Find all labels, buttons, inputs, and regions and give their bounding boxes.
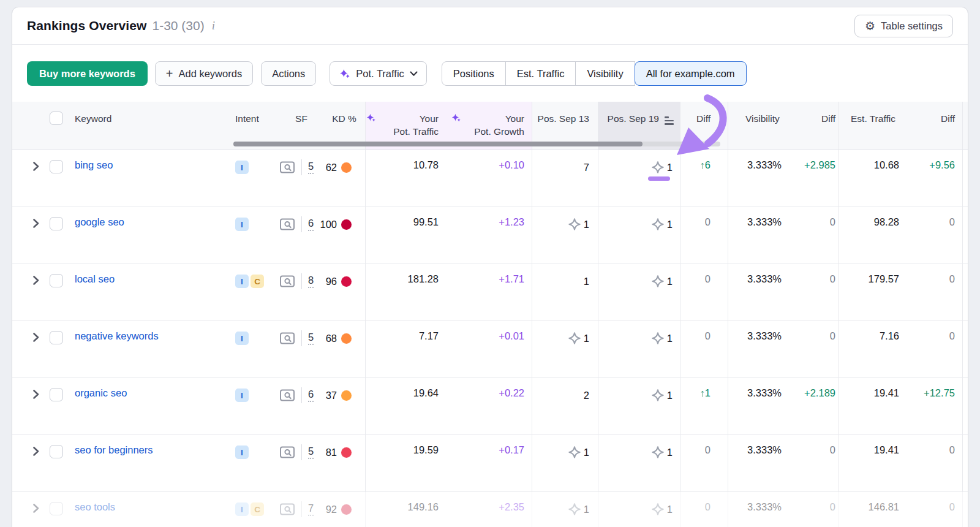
- expand-row-chevron-icon[interactable]: [31, 275, 41, 286]
- pos-prev-value: 1: [584, 333, 589, 344]
- pot-growth-value: +0.22: [499, 387, 524, 399]
- serp-preview-icon[interactable]: [279, 218, 295, 231]
- serp-features-count[interactable]: 6: [308, 389, 314, 402]
- table-row: local seo IC 8 96 181.28 +1.71 1 1 0 3.3…: [12, 264, 968, 321]
- serp-features-count[interactable]: 5: [308, 161, 314, 174]
- metric-selector-dropdown[interactable]: Pot. Traffic: [330, 61, 427, 86]
- gear-icon: ⚙: [865, 20, 875, 32]
- diff-value: +2.985: [804, 159, 835, 171]
- serp-preview-icon[interactable]: [279, 389, 295, 402]
- kd-value: 100: [320, 219, 337, 230]
- row-checkbox[interactable]: [50, 445, 63, 458]
- serp-features-count[interactable]: 7: [308, 502, 314, 516]
- serp-feature-diamond-icon: [651, 332, 665, 345]
- keyword-link[interactable]: seo for beginners: [75, 444, 153, 456]
- intent-badges: I: [235, 330, 249, 346]
- pos-current-value: 1: [667, 162, 673, 173]
- card-title-bar: Rankings Overview 1-30 (30) i ⚙ Table se…: [12, 7, 968, 45]
- serp-features-count[interactable]: 8: [308, 275, 314, 288]
- kd-value: 92: [326, 504, 337, 515]
- diff-value: +9.56: [929, 159, 955, 171]
- pot-traffic-value: 10.78: [413, 159, 439, 171]
- pot-growth-value: +0.17: [499, 444, 524, 456]
- pos-icon-wrap: [651, 275, 667, 288]
- expand-row-chevron-icon[interactable]: [31, 446, 41, 457]
- serp-features-count[interactable]: 5: [308, 445, 314, 459]
- info-icon[interactable]: i: [212, 19, 215, 32]
- add-keywords-button[interactable]: + Add keywords: [155, 61, 253, 86]
- expand-row-chevron-icon[interactable]: [31, 218, 41, 229]
- view-tab-visibility[interactable]: Visibility: [575, 61, 635, 86]
- row-checkbox[interactable]: [50, 388, 63, 401]
- kd-value: 62: [326, 162, 337, 173]
- row-checkbox[interactable]: [50, 160, 63, 173]
- intent-badge-i: I: [235, 275, 249, 288]
- view-tab-est-traffic[interactable]: Est. Traffic: [505, 61, 576, 86]
- keyword-link[interactable]: organic seo: [75, 387, 127, 399]
- expand-row-chevron-icon[interactable]: [31, 332, 41, 343]
- serp-preview-icon[interactable]: [279, 332, 295, 345]
- divider: [301, 273, 302, 289]
- row-checkbox[interactable]: [50, 217, 63, 230]
- row-checkbox[interactable]: [50, 502, 63, 515]
- diff-value: 0: [705, 330, 710, 342]
- serp-preview-icon[interactable]: [279, 161, 295, 174]
- serp-feature-diamond-icon: [568, 445, 581, 459]
- header-pot-growth-label: Your Pot. Growth: [465, 112, 524, 138]
- est-traffic-value: 10.68: [874, 159, 899, 171]
- row-checkbox[interactable]: [50, 331, 63, 344]
- select-all-checkbox[interactable]: [50, 112, 63, 125]
- pos-prev-value: 1: [584, 219, 589, 230]
- pos-current-value: 1: [667, 504, 673, 515]
- pos-icon-wrap: [651, 218, 667, 231]
- actions-button[interactable]: Actions: [261, 61, 316, 86]
- table-settings-button[interactable]: ⚙ Table settings: [854, 15, 953, 37]
- pos-icon-wrap: [651, 445, 667, 459]
- pot-traffic-value: 181.28: [408, 273, 439, 285]
- pot-growth-value: +0.10: [499, 159, 524, 171]
- keyword-link[interactable]: local seo: [75, 273, 115, 285]
- serp-feature-diamond-icon: [651, 389, 665, 402]
- keyword-link[interactable]: negative keywords: [75, 330, 159, 342]
- diff-value: ↑1: [700, 387, 710, 399]
- sparkles-icon: [451, 113, 461, 123]
- expand-row-chevron-icon[interactable]: [31, 503, 41, 514]
- serp-preview-icon[interactable]: [279, 445, 295, 459]
- header-select-all: [44, 102, 69, 150]
- serp-preview-icon[interactable]: [279, 502, 295, 516]
- expand-row-chevron-icon[interactable]: [31, 161, 41, 172]
- serp-preview-icon[interactable]: [279, 275, 295, 288]
- keyword-link[interactable]: seo tools: [75, 501, 115, 513]
- sort-descending-icon: [665, 116, 674, 125]
- kd-difficulty-dot: [341, 447, 352, 458]
- keyword-link[interactable]: google seo: [75, 216, 124, 228]
- diff-value: 0: [949, 501, 955, 513]
- diff-value: 0: [949, 273, 955, 285]
- kd-difficulty-dot: [341, 333, 352, 344]
- annotation-underline: [651, 161, 667, 174]
- header-expand-spacer: [27, 102, 44, 150]
- header-visibility-diff: Diff: [782, 102, 838, 150]
- pos-prev-value: 7: [584, 162, 589, 173]
- row-checkbox[interactable]: [50, 274, 63, 287]
- pos-icon-wrap: [651, 332, 667, 345]
- pos-icon-wrap: [651, 389, 667, 402]
- horizontal-scrollbar-track[interactable]: [233, 142, 720, 146]
- visibility-value: 3.333%: [747, 216, 782, 228]
- serp-features-count[interactable]: 6: [308, 218, 314, 231]
- pagination-range: 1-30 (30): [152, 18, 204, 33]
- kd-value: 37: [326, 390, 337, 401]
- intent-badges: IC: [235, 273, 264, 289]
- serp-features-count[interactable]: 5: [308, 332, 314, 345]
- serp-feature-diamond-icon: [568, 502, 581, 516]
- view-tabs: PositionsEst. TrafficVisibilityAll for e…: [442, 61, 747, 86]
- buy-more-keywords-button[interactable]: Buy more keywords: [27, 61, 148, 86]
- expand-row-chevron-icon[interactable]: [31, 389, 41, 400]
- keyword-link[interactable]: bing seo: [75, 159, 113, 171]
- visibility-value: 3.333%: [747, 387, 782, 399]
- horizontal-scrollbar-thumb[interactable]: [233, 142, 643, 146]
- intent-badge-i: I: [235, 218, 249, 231]
- view-tab-all-for-example-com[interactable]: All for example.com: [635, 61, 747, 86]
- intent-badge-i: I: [235, 502, 249, 516]
- view-tab-positions[interactable]: Positions: [442, 61, 506, 86]
